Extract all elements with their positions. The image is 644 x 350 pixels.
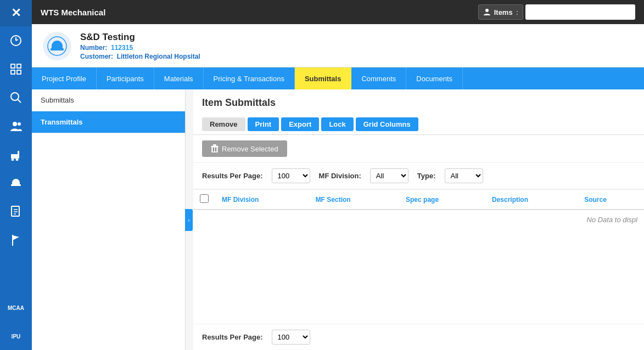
panel-toggle[interactable]: ‹ [185, 209, 193, 231]
project-number-row: Number: 112315 [80, 44, 200, 52]
items-label: Items [494, 8, 513, 16]
sidebar-item-mcaa[interactable]: MCAA [0, 293, 32, 321]
left-panel: Submittals Transmittals ‹ [32, 89, 186, 350]
person-icon [483, 8, 491, 16]
svg-rect-1 [11, 64, 15, 68]
sidebar-item-grid[interactable] [0, 55, 32, 83]
svg-point-20 [485, 9, 489, 12]
lock-button[interactable]: Lock [321, 117, 353, 131]
type-label: Type: [417, 172, 436, 180]
ipu-label: IPU [12, 334, 21, 340]
filters-row: Results Per Page: 100 MF Division: All T… [193, 163, 644, 189]
bottom-filters: Results Per Page: 100 [193, 324, 644, 350]
results-per-page-select[interactable]: 100 [272, 168, 310, 183]
col-mf-division: MF Division [215, 190, 309, 210]
svg-rect-15 [12, 206, 19, 216]
topbar-right: Items : [478, 4, 635, 20]
svg-rect-23 [211, 146, 218, 153]
col-description: Description [485, 190, 578, 210]
content: Submittals Transmittals ‹ Item Submittal… [32, 89, 644, 350]
topbar-search-input[interactable] [530, 8, 622, 16]
mcaa-label: MCAA [8, 305, 24, 311]
sidebar-item-users[interactable] [0, 112, 32, 140]
svg-rect-14 [11, 184, 21, 186]
mf-division-label: MF Division: [319, 172, 361, 180]
col-checkbox [193, 190, 215, 210]
sidebar-item-hardhat[interactable] [0, 169, 32, 197]
sidebar-item-flag[interactable] [0, 226, 32, 255]
svg-rect-2 [17, 64, 21, 68]
tab-pricing-transactions[interactable]: Pricing & Transactions [204, 67, 295, 89]
project-number: 112315 [111, 44, 133, 52]
tab-documents[interactable]: Documents [406, 67, 463, 89]
col-spec-page: Spec page [399, 190, 485, 210]
tab-project-profile[interactable]: Project Profile [32, 67, 97, 89]
number-label: Number: [80, 44, 107, 52]
items-dropdown[interactable]: Items : [478, 4, 523, 20]
items-divider: : [516, 8, 518, 16]
remove-selected-button[interactable]: Remove Selected [202, 140, 287, 157]
topbar: WTS Mechanical Items : [32, 0, 644, 24]
project-customer: Littleton Regional Hopsital [117, 53, 200, 60]
project-name: S&D Testing [80, 32, 200, 43]
toolbar: Remove Print Export Lock Grid Columns [193, 114, 644, 135]
remove-selected-label: Remove Selected [222, 145, 278, 153]
hardhat-logo-icon [47, 36, 67, 56]
svg-rect-11 [12, 155, 16, 156]
svg-line-6 [18, 99, 21, 103]
tab-participants[interactable]: Participants [97, 67, 154, 89]
svg-point-8 [18, 122, 21, 126]
app-title: WTS Mechanical [41, 8, 478, 17]
data-table: MF Division MF Section Spec page Descrip… [193, 189, 644, 229]
project-info: S&D Testing Number: 112315 Customer: Lit… [80, 32, 200, 60]
no-data-row: No Data to displ [193, 210, 644, 229]
svg-rect-26 [211, 146, 219, 147]
sidebar-item-ipu[interactable]: IPU [0, 321, 32, 350]
remove-button[interactable]: Remove [202, 117, 245, 131]
svg-rect-22 [51, 48, 64, 50]
sidebar-item-forklift[interactable] [0, 140, 32, 169]
svg-rect-3 [11, 70, 15, 74]
panel-item-transmittals[interactable]: Transmittals [32, 111, 185, 133]
trash-icon [211, 144, 219, 153]
svg-rect-25 [215, 148, 216, 151]
main-area: WTS Mechanical Items : S& [32, 0, 644, 350]
project-logo [43, 32, 71, 60]
panel-title: Item Submittals [193, 89, 644, 114]
grid-columns-button[interactable]: Grid Columns [356, 117, 418, 131]
project-header: S&D Testing Number: 112315 Customer: Lit… [32, 24, 644, 67]
export-button[interactable]: Export [281, 117, 319, 131]
tab-submittals[interactable]: Submittals [295, 67, 351, 89]
topbar-search-box[interactable] [525, 4, 635, 20]
sidebar-item-book[interactable] [0, 197, 32, 226]
svg-rect-27 [213, 144, 216, 146]
sidebar-item-dashboard[interactable] [0, 26, 32, 55]
type-select[interactable]: All [445, 168, 483, 183]
sidebar: ✕ [0, 0, 32, 350]
tab-materials[interactable]: Materials [154, 67, 204, 89]
customer-label: Customer: [80, 53, 113, 60]
svg-point-12 [12, 159, 14, 161]
nav-tabs: Project Profile Participants Materials P… [32, 67, 644, 89]
app-logo[interactable]: ✕ [0, 0, 32, 26]
svg-point-5 [11, 93, 19, 100]
select-all-checkbox[interactable] [200, 194, 209, 203]
results-per-page-label: Results Per Page: [202, 172, 263, 180]
print-button[interactable]: Print [248, 117, 279, 131]
mf-division-select[interactable]: All [370, 168, 408, 183]
tab-comments[interactable]: Comments [351, 67, 406, 89]
bottom-results-per-page-label: Results Per Page: [202, 333, 263, 341]
col-source: Source [578, 190, 644, 210]
bottom-results-per-page-select[interactable]: 100 [272, 330, 310, 345]
col-mf-section: MF Section [309, 190, 399, 210]
panel-item-submittals[interactable]: Submittals [32, 89, 185, 111]
svg-rect-24 [213, 148, 214, 151]
svg-rect-10 [18, 151, 19, 159]
svg-point-13 [16, 159, 18, 161]
no-data-message: No Data to displ [193, 210, 644, 229]
sidebar-item-search[interactable] [0, 83, 32, 112]
table-wrapper: MF Division MF Section Spec page Descrip… [193, 189, 644, 324]
svg-point-7 [13, 122, 17, 126]
project-customer-row: Customer: Littleton Regional Hopsital [80, 53, 200, 60]
remove-selected-row: Remove Selected [193, 135, 644, 163]
